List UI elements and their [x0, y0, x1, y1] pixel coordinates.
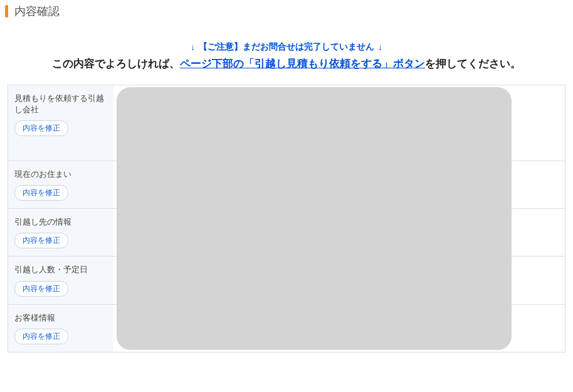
edit-button[interactable]: 内容を修正 — [14, 329, 68, 344]
notice-text: 【ご注意】まだお問合せは完了していません — [199, 41, 374, 53]
masked-overlay — [117, 87, 512, 350]
content-area: 見積もりを依頼する引越し会社 内容を修正 現在のお住まい 内容を修正 引越し先の… — [8, 85, 565, 352]
notice-line: ↓ 【ご注意】まだお問合せは完了していません ↓ — [191, 41, 382, 53]
row-label-title: 現在のお住まい — [14, 169, 107, 180]
row-label-title: 引越し先の情報 — [14, 216, 107, 228]
notice-wrap: ↓ 【ご注意】まだお問合せは完了していません ↓ — [0, 41, 573, 53]
row-label: 引越し人数・予定日 内容を修正 — [8, 257, 113, 304]
page-header: 内容確認 — [0, 0, 573, 23]
row-label-title: お客様情報 — [14, 312, 107, 324]
edit-button[interactable]: 内容を修正 — [14, 281, 68, 297]
arrow-down-icon: ↓ — [191, 42, 195, 52]
instruction-suffix: を押してください。 — [425, 58, 521, 70]
row-label: 引越し先の情報 内容を修正 — [8, 209, 113, 256]
row-label: お客様情報 内容を修正 — [8, 305, 113, 352]
instruction-link[interactable]: ページ下部の「引越し見積もり依頼をする」ボタン — [180, 58, 425, 70]
edit-button[interactable]: 内容を修正 — [14, 120, 68, 136]
row-label-title: 引越し人数・予定日 — [14, 264, 107, 275]
accent-bar — [5, 5, 8, 18]
row-label: 現在のお住まい 内容を修正 — [8, 161, 113, 208]
row-label: 見積もりを依頼する引越し会社 内容を修正 — [8, 85, 113, 161]
arrow-down-icon: ↓ — [378, 42, 382, 52]
row-label-title: 見積もりを依頼する引越し会社 — [14, 93, 107, 115]
instruction: この内容でよろしければ、ページ下部の「引越し見積もり依頼をする」ボタンを押してく… — [0, 56, 573, 71]
page-title: 内容確認 — [14, 4, 60, 19]
edit-button[interactable]: 内容を修正 — [14, 233, 68, 248]
instruction-prefix: この内容でよろしければ、 — [52, 58, 180, 70]
edit-button[interactable]: 内容を修正 — [14, 185, 68, 201]
